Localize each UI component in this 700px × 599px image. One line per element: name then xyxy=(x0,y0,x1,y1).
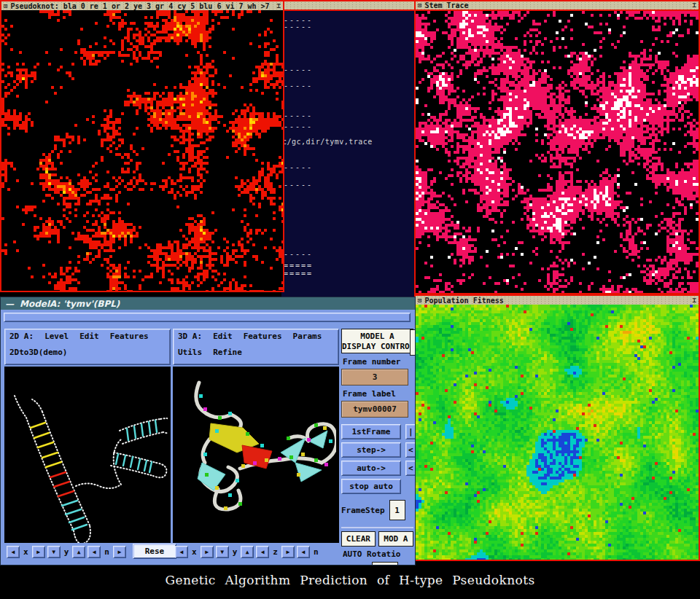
modela-window: — ModelA: 'tymv'(BPL) 2D A:LevelEditFeat… xyxy=(0,297,416,565)
stem-trace-window: ⊡ Stem Trace ⌶ xyxy=(414,0,700,294)
population-fitness-titlebar[interactable]: ⊡ Population Fitness ⌶ xyxy=(416,296,699,305)
figure-caption: Genetic Algorithm Prediction of H-type P… xyxy=(0,573,700,587)
frame-number-label: Frame number xyxy=(343,357,413,367)
rotate-arrow-button[interactable]: ▲ xyxy=(241,546,254,558)
population-fitness-title: Population Fitness xyxy=(424,297,503,305)
menu-3d: 3D A:EditFeaturesParams UtilsRefine xyxy=(173,329,339,365)
modela-toolbar-strip[interactable] xyxy=(4,313,411,322)
window-menu-icon[interactable]: ⊡ xyxy=(418,297,421,304)
maximize-icon[interactable]: ⌶ xyxy=(693,297,696,304)
cut-off-frame-button[interactable]: < xyxy=(405,442,416,458)
terminal-titlebar[interactable] xyxy=(281,1,416,9)
population-fitness-window: ⊡ Population Fitness ⌶ xyxy=(414,294,700,561)
auto-rotation-label: AUTO Rotatio xyxy=(343,549,413,559)
terminal-line: ----- xyxy=(284,122,313,130)
terminal-line: ----- xyxy=(284,163,313,171)
rotate-arrow-button[interactable]: ▶ xyxy=(32,546,45,558)
modela-title-text: ModelA: 'tymv'(BPL) xyxy=(20,299,120,309)
population-fitness-image xyxy=(416,305,699,560)
frame-control-button[interactable]: step-> xyxy=(341,442,401,458)
axis-label: x xyxy=(192,547,197,557)
rna-2d-structure xyxy=(4,367,168,543)
stem-trace-image xyxy=(416,11,699,293)
frame-control-button[interactable]: auto-> xyxy=(341,461,401,476)
menu-item[interactable]: Refine xyxy=(213,348,242,357)
rotate-arrow-button[interactable]: ▼ xyxy=(216,546,229,558)
model-a-header: MODEL A DISPLAY CONTROL xyxy=(341,329,413,353)
frame-control-button[interactable]: 1stFrame xyxy=(341,424,401,439)
window-menu-icon[interactable]: ⊡ xyxy=(4,3,7,9)
model-a-label: MODEL A xyxy=(342,332,413,341)
panel-3d: 3D A:EditFeaturesParams UtilsRefine xyxy=(173,329,339,560)
terminal-line: ----- xyxy=(284,82,313,90)
menu-2d: 2D A:LevelEditFeatures 2Dto3D(demo) xyxy=(4,329,171,365)
rotate-arrow-button[interactable]: ◀ xyxy=(175,546,188,558)
terminal-line: ----- xyxy=(284,66,313,74)
cut-off-frame-button[interactable]: | xyxy=(405,424,416,439)
maximize-icon[interactable]: ⌶ xyxy=(693,2,696,9)
frame-number-input[interactable]: 3 xyxy=(341,369,408,385)
rotate-arrow-button[interactable]: ▶ xyxy=(281,546,295,558)
menu-item[interactable]: Features xyxy=(244,332,282,341)
rotate-arrow-button[interactable]: ◀ xyxy=(88,546,101,558)
desktop: ----------------------------------------… xyxy=(0,0,700,599)
modela-titlebar[interactable]: — ModelA: 'tymv'(BPL) xyxy=(1,297,415,310)
rotate-arrow-button[interactable]: ▶ xyxy=(113,546,126,558)
framestep-input[interactable]: 1 xyxy=(389,500,405,520)
terminal-line: ----- xyxy=(284,111,313,120)
rotate-arrow-button[interactable]: ▶ xyxy=(201,546,214,558)
cut-off-frame-button[interactable]: < xyxy=(405,461,416,476)
mod-a-button[interactable]: MOD A xyxy=(378,531,413,547)
viewport-2d[interactable] xyxy=(4,367,171,543)
menu-item[interactable]: Edit xyxy=(79,332,99,341)
rotate-arrow-button[interactable]: ◀ xyxy=(256,546,269,558)
cut-off-input[interactable] xyxy=(372,562,398,565)
display-control-panel: MODEL A DISPLAY CONTROL Frame number 3 F… xyxy=(341,329,413,563)
menu-item[interactable]: Features xyxy=(110,332,149,341)
framestep-label: FrameStep xyxy=(341,506,385,515)
pseudoknot-window: ⊡ Pseudoknot: bla 0 re 1 or 2 ye 3 gr 4 … xyxy=(0,0,284,292)
menu-item[interactable]: Utils xyxy=(178,348,202,357)
menu-item[interactable]: Level xyxy=(44,332,69,341)
pseudoknot-titlebar[interactable]: ⊡ Pseudoknot: bla 0 re 1 or 2 ye 3 gr 4 … xyxy=(1,1,283,10)
window-menu-icon[interactable]: ⊡ xyxy=(418,2,421,9)
axis-label: y xyxy=(233,547,238,557)
terminal-window[interactable]: ----------------------------------------… xyxy=(281,0,416,297)
reset-button[interactable]: Rese xyxy=(133,544,176,559)
rotate-arrow-button[interactable]: ▼ xyxy=(47,546,61,558)
display-control-label: DISPLAY CONTROL xyxy=(342,342,413,351)
rotate-arrow-button[interactable]: ▲ xyxy=(72,546,85,558)
toolbar-2d: ◀x▶▼y▲◀n▶Rese xyxy=(4,543,171,560)
terminal-line: ----- xyxy=(284,181,313,189)
frame-control-button[interactable]: stop auto xyxy=(341,479,401,494)
menu-item[interactable]: 3D A: xyxy=(178,332,202,341)
terminal-line: ===== xyxy=(284,262,313,270)
viewport-3d[interactable] xyxy=(173,367,339,543)
frame-label-input[interactable]: tymv00007 xyxy=(341,401,408,418)
pseudoknot-title: Pseudoknot: bla 0 re 1 or 2 ye 3 gr 4 cy… xyxy=(10,2,269,10)
rotate-arrow-button[interactable]: ◀ xyxy=(297,546,310,558)
window-menu-dash-icon[interactable]: — xyxy=(5,299,14,309)
menu-item[interactable]: Edit xyxy=(213,332,233,341)
terminal-line: ----- xyxy=(284,250,313,258)
menu-3d-row2: UtilsRefine xyxy=(178,348,334,364)
menu-2d-row1: 2D A:LevelEditFeatures xyxy=(9,332,166,348)
frame-label-label: Frame label xyxy=(343,389,413,399)
menu-item[interactable]: 2D A: xyxy=(9,332,34,341)
menu-item[interactable]: Params xyxy=(293,332,322,341)
terminal-line: ----- xyxy=(284,23,313,31)
stem-trace-titlebar[interactable]: ⊡ Stem Trace ⌶ xyxy=(416,1,699,9)
terminal-command: c/gc,dir/tymv,trace xyxy=(282,138,373,146)
clear-subpanel: CLEAR MOD A AUTO Rotatio xyxy=(341,527,413,565)
menu-item[interactable]: 2Dto3D(demo) xyxy=(9,348,67,357)
terminal-line: ===== xyxy=(284,270,313,278)
modela-body: 2D A:LevelEditFeatures 2Dto3D(demo) xyxy=(1,310,415,565)
axis-label: n xyxy=(314,547,319,557)
menu-2d-row2: 2Dto3D(demo) xyxy=(9,348,166,364)
pseudoknot-image xyxy=(1,10,283,291)
clear-button[interactable]: CLEAR xyxy=(341,531,376,547)
maximize-icon[interactable]: ⌶ xyxy=(277,3,281,9)
rotate-arrow-button[interactable]: ◀ xyxy=(7,546,20,558)
axis-label: z xyxy=(273,547,278,557)
terminal-frame-divider xyxy=(281,9,416,11)
